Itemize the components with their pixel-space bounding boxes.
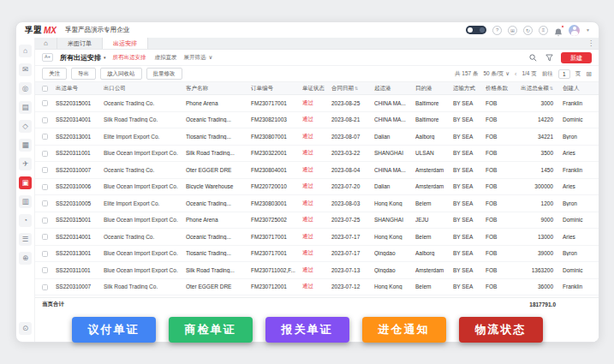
theme-toggle-pill[interactable] (466, 26, 486, 34)
row-checkbox[interactable] (42, 151, 48, 157)
doc-status: 通过 (302, 166, 331, 174)
col-header-order-no[interactable]: 订单编号 (251, 85, 302, 92)
nav-finance[interactable]: ◔ (19, 214, 32, 227)
table-row[interactable]: SS220310005 Elite Import Export Co. Ocea… (35, 195, 599, 212)
table-row[interactable]: SS220315001 Blue Ocean Import Export Co.… (35, 212, 599, 230)
creator: Franklin (557, 283, 599, 289)
departure-port: Hong Kong (374, 200, 415, 206)
nav-home[interactable]: ⌂ (19, 45, 32, 57)
col-header-export-company[interactable]: 出口公司 (104, 85, 186, 92)
nav-documents[interactable]: ▥ (19, 195, 32, 208)
table-row[interactable]: SS220310007 Oceanic Trading Co. Oter EGG… (35, 162, 599, 179)
table-row[interactable]: SS220311001 Blue Ocean Import Export Co.… (35, 146, 599, 163)
header-icon-group: ? ⊞ ↻ ≡ (492, 26, 548, 35)
row-checkbox[interactable] (42, 134, 48, 140)
sort-icon[interactable]: ⇅ (550, 86, 553, 91)
refresh-icon[interactable]: ↻ (523, 26, 533, 35)
brand-logo-text: 孚盟 (25, 25, 42, 36)
search-icon[interactable] (528, 53, 537, 62)
doc-status: 通过 (302, 149, 331, 157)
inspection-documents-button[interactable]: 商检单证 (169, 317, 253, 343)
contract-date: 2023-07-20 (331, 183, 374, 189)
col-header-creator[interactable]: 创建人 (557, 85, 599, 92)
nav-purchase[interactable]: ▦ (19, 139, 32, 152)
create-button[interactable]: 新建 (561, 52, 592, 63)
goto-page-input[interactable] (558, 69, 570, 79)
chevron-down-icon[interactable]: ▼ (586, 27, 590, 33)
bell-icon[interactable] (554, 26, 563, 35)
row-checkbox[interactable] (42, 167, 48, 173)
prev-page-icon[interactable]: ‹ (515, 71, 516, 77)
nav-customers[interactable]: ◎ (19, 82, 32, 95)
action-buttons: 关注 导出 放入回收站 批量修改 (42, 68, 182, 80)
row-checkbox[interactable] (42, 267, 48, 273)
export-button[interactable]: 导出 (71, 68, 96, 80)
page-size-select[interactable]: 50 条/页 ∨ (484, 70, 510, 78)
col-header-contract-date[interactable]: 合同日期⇅ (331, 85, 374, 92)
help-icon[interactable]: ? (492, 26, 502, 35)
row-checkbox[interactable] (42, 117, 48, 123)
logistics-status-button[interactable]: 物流状态 (459, 317, 543, 343)
table-row[interactable]: SS220313001 Blue Ocean Import Export Co.… (35, 246, 599, 263)
row-checkbox[interactable] (42, 184, 48, 190)
col-header-customer[interactable]: 客户名称 (186, 85, 251, 92)
select-all-checkbox[interactable] (42, 86, 48, 92)
col-header-departure-port[interactable]: 起运港 (374, 85, 415, 92)
page-total-label: 当页合计 (42, 301, 64, 308)
table-row[interactable]: SS220314001 Silk Road Trading Co. Oceani… (35, 112, 599, 129)
apps-grid-icon[interactable]: ⊞ (508, 26, 517, 35)
customer-name: Oceanic Trading... (186, 116, 251, 122)
row-checkbox[interactable] (42, 251, 48, 257)
nav-apps[interactable]: ⊕ (19, 252, 32, 265)
filter-icon[interactable] (545, 53, 553, 62)
column-settings-icon[interactable]: ⊞ (586, 70, 592, 78)
row-checkbox[interactable] (42, 234, 48, 240)
col-header-amount[interactable]: 出运总金额⇅ (516, 85, 557, 92)
follow-button[interactable]: 关注 (42, 68, 67, 80)
menu-lines-icon[interactable]: ≡ (539, 26, 548, 35)
chevron-down-icon: ▾ (104, 55, 106, 60)
table-row[interactable]: SS220313001 Elite Import Export Co. Tios… (35, 128, 599, 146)
col-header-doc-status[interactable]: 单证状态 (302, 85, 331, 92)
table-row[interactable]: SS220311001 Blue Ocean Import Export Co.… (35, 262, 599, 279)
customs-declaration-button[interactable]: 报关单证 (265, 317, 349, 343)
row-checkbox[interactable] (42, 100, 48, 106)
view-switch-icon[interactable]: A+ (42, 53, 53, 62)
nav-logistics[interactable]: ✈ (19, 158, 32, 170)
nav-mail[interactable]: ✉ (19, 63, 32, 76)
col-header-transport[interactable]: 运输方式 (453, 85, 486, 92)
nav-shipping[interactable]: ▣ (19, 176, 32, 189)
warehouse-entry-notice-button[interactable]: 进仓通知 (362, 317, 446, 343)
nav-orders[interactable]: ▤ (19, 101, 32, 114)
home-tab[interactable]: ⌂ (35, 38, 57, 49)
col-header-shipment-no[interactable]: 出运单号 (56, 85, 104, 92)
negotiation-documents-button[interactable]: 议付单证 (72, 317, 156, 343)
shipment-amount: 34221 (516, 134, 557, 140)
order-no: FM230725002 (251, 217, 302, 223)
row-checkbox[interactable] (42, 284, 48, 290)
row-checkbox[interactable] (42, 218, 48, 224)
window-body: ⌂ ✉ ◎ ▤ ◇ ▦ ✈ ▣ ▥ ◔ (16, 38, 599, 342)
avatar[interactable] (569, 25, 580, 36)
creator: Franklin (557, 167, 599, 173)
nav-reports[interactable]: ☰ (19, 233, 32, 246)
batch-edit-button[interactable]: 批量修改 (146, 68, 182, 80)
price-term: FOB (486, 134, 516, 140)
table-row[interactable]: SS220314001 Oceanic Trading Co. Oceanic … (35, 229, 599, 246)
customer-name: Silk Road Trading... (186, 150, 251, 156)
table-row[interactable]: SS220315001 Oceanic Trading Co. Phone Ar… (35, 95, 599, 112)
sort-icon[interactable]: ⇅ (355, 86, 358, 91)
col-header-price-term[interactable]: 价格条款 (486, 85, 516, 92)
recycle-bin-button[interactable]: 放入回收站 (100, 68, 142, 80)
table-row[interactable]: SS220310006 Blue Ocean Import Export Co.… (35, 179, 599, 196)
nav-products[interactable]: ◇ (19, 120, 32, 133)
transport-mode: BY SEA (453, 134, 486, 140)
row-checkbox[interactable] (42, 200, 48, 206)
table-row[interactable]: SS220310007 Silk Road Trading Co. Oter E… (35, 279, 599, 296)
col-header-destination-port[interactable]: 目的港 (415, 85, 453, 92)
tab-more-icon[interactable]: ⋮ (583, 38, 599, 49)
view-selector-dropdown[interactable]: 所有出运安排 ▾ (60, 53, 106, 63)
expand-filter-toggle[interactable]: 展开筛选 ∨ (183, 54, 212, 62)
price-term: FOB (486, 116, 516, 122)
shipment-amount: 3000 (516, 100, 557, 106)
